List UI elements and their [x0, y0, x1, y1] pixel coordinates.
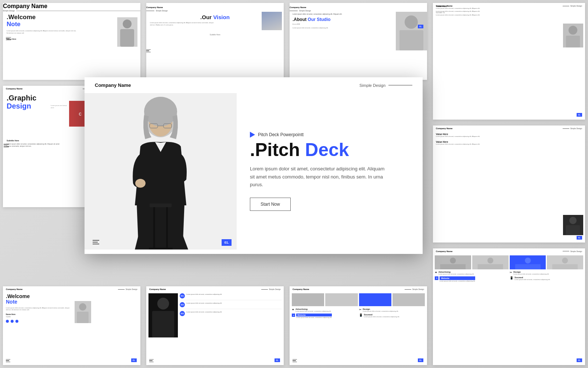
center-company-name: Company Name: [95, 82, 131, 88]
b-list-item-2: 002 Lorem ipsum dolor sit amet, consecte…: [180, 302, 282, 309]
bg-svg-1: [292, 293, 324, 306]
service-design: ✂ Design Lorem ipsum dolor sit amet, con…: [510, 271, 583, 275]
svg-point-0: [123, 20, 132, 28]
bottom-header-3: Company Name Simple Design: [290, 286, 427, 292]
bg-img-3: [359, 293, 391, 306]
b-tagline-3: Simple Design: [405, 288, 424, 290]
right-panel: Company Name Simple Design Lorem ipsum d…: [430, 0, 588, 368]
company-name-2: Company Name: [146, 6, 163, 8]
r-slide-num-1: 01.: [577, 113, 582, 117]
vision-title: .Our Vision: [150, 12, 280, 22]
b-tagline-2: Simple Design: [261, 288, 281, 290]
value-item-1: Value Here Lorem ipsum dolor sit amet, c…: [436, 5, 527, 10]
svg-rect-16: [150, 204, 172, 207]
b-hamburger-2: [149, 359, 154, 362]
b-image-col-1: [73, 294, 137, 323]
b-text-col-1: .Welcome Note Lorem ipsum dolor sit amet…: [6, 294, 71, 323]
svg-point-24: [569, 217, 577, 224]
adv-text-block: Advertising Lorem ipsum dolor sit amet, …: [438, 271, 474, 275]
svg-rect-19: [149, 248, 173, 250]
b-face-img: [75, 301, 91, 323]
svg-rect-34: [515, 264, 540, 269]
r-tagline-2: Simple Design: [563, 127, 582, 130]
value-title-2: Value Here: [436, 133, 582, 135]
b-face-svg: [75, 301, 91, 323]
company-name-3: Company Name: [290, 6, 306, 8]
svg-rect-18: [166, 207, 168, 250]
hamburger-2: [146, 49, 151, 53]
r-tagline-3: Simple Design: [563, 250, 582, 252]
b-company-3: Company Name: [293, 288, 309, 290]
b-subtitle-label: Subtitle: [6, 316, 71, 318]
b-design-block: Design Lorem ipsum dolor sit amet, conse…: [363, 308, 398, 312]
slide-vision-top: Company Name Simple Design .Our Vision L…: [146, 3, 284, 80]
svg-point-14: [135, 179, 146, 188]
slide-header-1: Company Name Simple Design: [3, 3, 140, 12]
bottom-content-3: ✦ Advertising Lorem ipsum dolor sit amet…: [290, 292, 427, 319]
value-item-2: Value Here Lorem ipsum dolor sit amet, c…: [436, 133, 582, 138]
socmed-icon: 📱: [510, 276, 513, 280]
slide-header-4: Company Name: [3, 86, 93, 92]
website-text-block: Website Lorem ipsum dolor sit amet, cons…: [440, 276, 475, 282]
svg-rect-43: [152, 311, 174, 337]
b-dark-image: [148, 293, 178, 337]
right-image-1: [563, 24, 583, 47]
vision-body: Lorem ipsum dolor sit amet, consectetur …: [150, 22, 215, 26]
socmed-text: Lorem ipsum dolor sit amet, consectetur …: [514, 279, 550, 280]
group-img-4: [547, 255, 583, 269]
slide-graphic-design: Company Name .Graphic Design Lorem ipsum…: [3, 86, 93, 207]
bottom-content-2: 001 Lorem ipsum dolor sit amet, consecte…: [146, 292, 284, 339]
b-company-1: Company Name: [6, 288, 22, 290]
r-slide-num-2: 01.: [577, 236, 582, 240]
service-socmed: 📱 Socmed Lorem ipsum dolor sit amet, con…: [510, 276, 583, 282]
welcome-body: Lorem ipsum dolor sit amet, consectetur …: [7, 30, 78, 34]
r-company-3: Company Name: [436, 250, 452, 252]
pitch-label: Pitch Deck Powerpointt: [258, 132, 304, 137]
group-svg-1: [435, 255, 471, 269]
b-tagline-1: Simple Design: [118, 288, 137, 290]
b-service-adv: ✦ Advertising Lorem ipsum dolor sit amet…: [292, 308, 358, 312]
value-title-3: Value Here: [436, 141, 582, 143]
svg-point-33: [525, 258, 531, 263]
center-slide-num: 01.: [222, 239, 232, 246]
bottom-row: Company Name Simple Design .Welcome Note…: [0, 283, 430, 368]
bg-img-1: [292, 293, 324, 306]
woman-figure: [85, 93, 237, 250]
r-tagline-1: Simple Design: [563, 5, 582, 7]
hamburger-4: [4, 144, 9, 147]
bg-svg-2: [325, 293, 358, 306]
group-svg-2: [472, 255, 509, 269]
right-image-2: [563, 215, 583, 235]
center-tagline-wrap: Simple Design: [359, 83, 412, 88]
design-icon: ✂: [510, 271, 512, 274]
slide-services-right: Company Name Simple Design: [433, 248, 585, 365]
pitch-label-wrap: Pitch Deck Powerpointt: [250, 132, 409, 138]
svg-rect-28: [440, 264, 466, 269]
design-text-block: Design Lorem ipsum dolor sit amet, conse…: [513, 271, 549, 275]
start-now-button[interactable]: Start Now: [250, 198, 291, 211]
center-body: 01. Pitch Deck Powerpointt .Pitch Deck L…: [85, 93, 423, 250]
slide-center-main: Company Name Simple Design: [85, 77, 423, 254]
svg-rect-44: [292, 293, 324, 306]
bottom-header-2: Company Name Simple Design: [146, 286, 284, 292]
svg-rect-4: [399, 30, 423, 50]
svg-point-10: [144, 97, 177, 126]
center-image-section: 01.: [85, 93, 237, 250]
b-circle-1: 001: [180, 293, 185, 298]
svg-rect-1: [120, 29, 134, 47]
graphic-body: Lorem ipsum dolor sit amet, consectetur …: [7, 143, 60, 148]
right-header-2: Company Name Simple Design: [433, 125, 585, 131]
slide-people-bottom: Company Name Simple Design 001 Lorem ips…: [146, 286, 284, 365]
value-item-3: Value Here Lorem ipsum dolor sit amet, c…: [436, 141, 582, 145]
b-website-icon: ✦: [292, 314, 295, 317]
svg-point-30: [487, 258, 493, 263]
b-dark-svg: [148, 293, 178, 337]
slide-about-top: Company Name Simple Design Lorem ipsum d…: [290, 3, 427, 80]
center-deco-line: [388, 85, 412, 86]
group-svg-3: [510, 255, 546, 269]
svg-point-21: [569, 26, 577, 35]
svg-rect-22: [566, 36, 580, 47]
svg-point-3: [405, 15, 418, 29]
b-website-title: Website: [296, 314, 332, 316]
right-content-3: ✦ Advertising Lorem ipsum dolor sit amet…: [433, 254, 585, 283]
